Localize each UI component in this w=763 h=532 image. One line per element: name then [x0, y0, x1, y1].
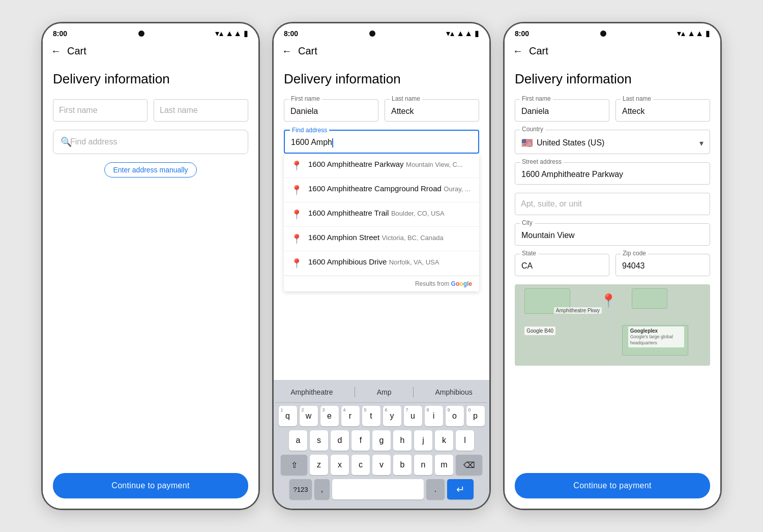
key-period[interactable]: .	[426, 479, 445, 499]
key-e[interactable]: 3e	[320, 406, 339, 426]
autocomplete-item-2[interactable]: 📍 1600 Amphitheatre Trail Boulder, CO, U…	[284, 202, 479, 227]
key-i[interactable]: 8i	[425, 406, 443, 426]
nav-title-1: Cart	[67, 45, 86, 57]
divider-r	[413, 387, 414, 397]
state-wrap-3: State	[515, 254, 609, 276]
find-address-input-1[interactable]	[77, 137, 241, 146]
last-name-input-2[interactable]	[385, 99, 479, 122]
country-value-3: United States (US)	[537, 138, 604, 147]
key-d[interactable]: d	[331, 430, 349, 451]
status-icons-2: ▾▴ ▲▲ ▮	[446, 28, 479, 38]
first-name-wrap-1: First name	[53, 99, 148, 122]
status-time-1: 8:00	[53, 29, 67, 38]
status-time-3: 8:00	[515, 29, 529, 38]
key-p[interactable]: 0p	[466, 406, 485, 426]
back-button-2[interactable]: ←	[282, 45, 292, 57]
last-name-input-3[interactable]	[615, 99, 710, 122]
autocomplete-item-3[interactable]: 📍 1600 Amphion Street Victoria, BC, Cana…	[284, 227, 479, 251]
pin-icon-4: 📍	[291, 258, 302, 269]
suggestion-2[interactable]: Amphibious	[431, 386, 477, 398]
key-b[interactable]: b	[393, 455, 412, 475]
key-delete[interactable]: ⌫	[456, 455, 482, 475]
autocomplete-item-4[interactable]: 📍 1600 Amphibious Drive Norfolk, VA, USA	[284, 251, 479, 276]
autocomplete-item-1[interactable]: 📍 1600 Amphitheatre Campground Rroad Our…	[284, 178, 479, 202]
status-icons-3: ▾▴ ▲▲ ▮	[677, 28, 710, 38]
key-comma[interactable]: ,	[314, 479, 330, 499]
autocomplete-text-2: 1600 Amphitheatre Trail Boulder, CO, USA	[308, 209, 472, 218]
state-label-3: State	[520, 250, 538, 257]
country-flag-3: 🇺🇸	[521, 137, 533, 149]
active-search-field-2[interactable]: Find address 1600 Amph	[284, 130, 479, 154]
top-nav-1: ← Cart	[43, 41, 258, 63]
key-q[interactable]: 1q	[279, 406, 297, 426]
key-c[interactable]: c	[351, 455, 370, 475]
key-o[interactable]: 9o	[446, 406, 464, 426]
key-k[interactable]: k	[435, 430, 453, 451]
street-input-3[interactable]	[515, 162, 710, 185]
first-name-input-3[interactable]	[515, 99, 609, 122]
city-input-3[interactable]	[515, 223, 710, 246]
key-n[interactable]: n	[414, 455, 432, 475]
last-name-input-1[interactable]	[154, 99, 248, 122]
key-z[interactable]: z	[310, 455, 328, 475]
apt-input-3[interactable]	[515, 193, 710, 215]
key-f[interactable]: f	[351, 430, 370, 451]
apt-wrap-3: Apt, suite, or unit	[515, 193, 710, 215]
find-address-label-2: Find address	[290, 127, 329, 134]
map-building1-label: Google B40	[524, 327, 555, 335]
key-a[interactable]: a	[289, 430, 307, 451]
key-y[interactable]: 6y	[383, 406, 401, 426]
key-l[interactable]: l	[456, 430, 474, 451]
key-shift[interactable]: ⇧	[281, 455, 307, 475]
zip-input-3[interactable]	[615, 254, 710, 276]
back-button-1[interactable]: ←	[51, 45, 61, 57]
zip-label-3: Zip code	[621, 250, 648, 257]
key-x[interactable]: x	[331, 455, 349, 475]
phone-screen-2: 8:00 ▾▴ ▲▲ ▮ ← Cart Delivery information…	[272, 22, 491, 510]
autocomplete-text-0: 1600 Amphitheatre Parkway Mountain View,…	[308, 160, 472, 169]
page-title-1: Delivery information	[53, 71, 248, 87]
country-selector-3[interactable]: 🇺🇸 United States (US) ▾	[515, 130, 710, 154]
first-name-input-2[interactable]	[284, 99, 378, 122]
key-m[interactable]: m	[435, 455, 453, 475]
page-title-3: Delivery information	[515, 71, 710, 87]
key-u[interactable]: 7u	[404, 406, 422, 426]
key-space[interactable]	[332, 479, 424, 499]
key-w[interactable]: 2w	[300, 406, 318, 426]
autocomplete-text-3: 1600 Amphion Street Victoria, BC, Canada	[308, 233, 472, 242]
top-nav-3: ← Cart	[505, 41, 720, 63]
continue-button-1[interactable]: Continue to payment	[53, 473, 248, 498]
phone-screen-1: 8:00 ▾▴ ▲▲ ▮ ← Cart Delivery information…	[41, 22, 260, 510]
active-search-wrap-2: Find address 1600 Amph 📍 1600 Amphitheat…	[284, 130, 479, 291]
phone-screen-3: 8:00 ▾▴ ▲▲ ▮ ← Cart Delivery information…	[503, 22, 722, 510]
key-return[interactable]: ↵	[447, 479, 474, 499]
autocomplete-main-4: 1600 Amphibious Drive	[308, 257, 387, 266]
state-input-3[interactable]	[515, 254, 609, 276]
last-name-wrap-1: Last name	[154, 99, 248, 122]
autocomplete-sub-0: Mountain View, C...	[406, 161, 463, 168]
first-name-input-1[interactable]	[53, 99, 148, 122]
map-area-3: Amphitheatre Pkwy Google B40 Googleplex …	[515, 284, 710, 366]
key-h[interactable]: h	[393, 430, 412, 451]
autocomplete-main-2: 1600 Amphitheatre Trail	[308, 209, 389, 217]
autocomplete-item-0[interactable]: 📍 1600 Amphitheatre Parkway Mountain Vie…	[284, 154, 479, 178]
key-s[interactable]: s	[310, 430, 328, 451]
enter-manually-button-1[interactable]: Enter address manually	[104, 162, 196, 178]
google-logo-2: Google	[451, 280, 472, 287]
camera-dot-3	[600, 31, 606, 37]
key-r[interactable]: 4r	[341, 406, 360, 426]
bottom-btn-wrap-3: Continue to payment	[505, 465, 720, 509]
key-numeric[interactable]: ?123	[289, 479, 312, 499]
back-button-3[interactable]: ←	[513, 45, 523, 57]
key-v[interactable]: v	[372, 455, 391, 475]
suggestion-0[interactable]: Amphitheatre	[286, 386, 337, 398]
key-j[interactable]: j	[414, 430, 432, 451]
continue-button-3[interactable]: Continue to payment	[515, 473, 710, 498]
key-g[interactable]: g	[372, 430, 391, 451]
wifi-icon-3: ▾▴	[677, 28, 685, 38]
manual-link-wrap-1: Enter address manually	[53, 162, 248, 178]
find-address-wrap-1[interactable]: 🔍 Find address	[53, 130, 248, 154]
key-t[interactable]: 5t	[362, 406, 380, 426]
suggestion-1[interactable]: Amp	[373, 386, 396, 398]
pin-icon-0: 📍	[291, 160, 302, 171]
